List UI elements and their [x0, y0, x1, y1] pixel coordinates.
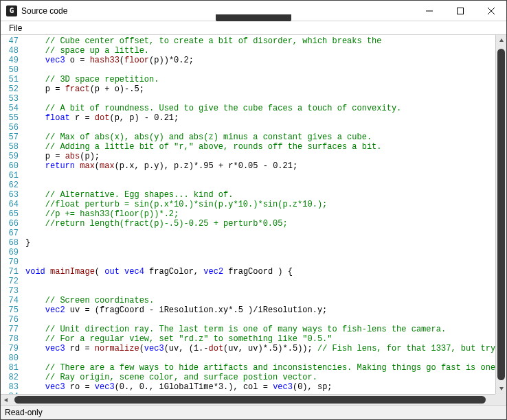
code-line[interactable]: // There are a few ways to hide artifact… — [25, 363, 505, 373]
code-line[interactable]: // A bit of roundness. Used to give the … — [25, 104, 505, 113]
titlebar[interactable]: G Source code — [1, 1, 506, 21]
code-line[interactable] — [25, 315, 505, 325]
code-line[interactable]: vec3 ro = vec3(0., 0., iGlobalTime*3.), … — [25, 382, 505, 392]
svg-marker-4 — [499, 38, 504, 42]
code-line[interactable] — [25, 180, 505, 190]
code-line[interactable]: p = abs(p); — [25, 152, 505, 161]
code-line[interactable]: } — [25, 238, 505, 248]
code-line[interactable]: // Cube center offset, to create a bit o… — [25, 36, 505, 46]
code-line[interactable]: // For a regular view, set "rd.z" to som… — [25, 334, 505, 344]
code-line[interactable] — [25, 229, 505, 238]
minimize-button[interactable] — [414, 1, 444, 21]
app-icon: G — [6, 5, 17, 16]
line-number-gutter: 47 48 49 50 51 52 53 54 55 56 57 58 59 6… — [1, 35, 23, 405]
editor: 47 48 49 50 51 52 53 54 55 56 57 58 59 6… — [1, 35, 506, 406]
code-line[interactable]: void mainImage( out vec4 fragColor, vec2… — [25, 267, 505, 277]
code-line[interactable]: float r = dot(p, p) - 0.21; — [25, 113, 505, 123]
code-line[interactable] — [25, 94, 505, 104]
code-line[interactable] — [25, 171, 505, 180]
vertical-scrollbar[interactable] — [495, 35, 506, 394]
code-line[interactable]: // Ray origin, scene color, and surface … — [25, 373, 505, 382]
horizontal-scroll-thumb[interactable] — [14, 396, 486, 404]
close-icon — [488, 8, 495, 14]
maximize-button[interactable] — [444, 1, 475, 21]
menu-file[interactable]: File — [5, 22, 26, 34]
code-line[interactable]: // Alternative. Egg shapes... kind of. — [25, 190, 505, 200]
code-line[interactable]: //p += hash33(floor(p))*.2; — [25, 209, 505, 219]
code-line[interactable]: vec2 uv = (fragCoord - iResolution.xy*.5… — [25, 305, 505, 315]
scroll-corner — [495, 394, 506, 405]
code-line[interactable]: // Adding a little bit of "r," above, ro… — [25, 142, 505, 152]
maximize-icon — [457, 8, 464, 14]
code-area[interactable]: // Cube center offset, to create a bit o… — [23, 35, 506, 405]
code-line[interactable]: // 3D space repetition. — [25, 75, 505, 84]
code-line[interactable] — [25, 277, 505, 286]
code-line[interactable]: vec3 o = hash33(floor(p))*0.2; — [25, 56, 505, 65]
code-line[interactable] — [25, 353, 505, 363]
scroll-down-arrow[interactable] — [496, 383, 506, 394]
code-line[interactable]: p = fract(p + o)-.5; — [25, 84, 505, 94]
svg-rect-1 — [457, 8, 463, 14]
code-line[interactable]: // Unit direction ray. The last term is … — [25, 325, 505, 334]
minimize-icon — [426, 8, 433, 14]
scroll-left-arrow[interactable] — [1, 395, 12, 405]
code-line[interactable] — [25, 286, 505, 296]
horizontal-scrollbar[interactable] — [1, 394, 506, 405]
code-line[interactable]: vec3 rd = normalize(vec3(uv, (1.-dot(uv,… — [25, 344, 505, 353]
code-line[interactable] — [25, 248, 505, 257]
code-line[interactable]: // space up a little. — [25, 46, 505, 56]
svg-marker-5 — [499, 387, 504, 390]
window-controls — [414, 1, 506, 21]
status-text: Read-only — [5, 408, 43, 417]
status-bar: Read-only — [1, 406, 506, 419]
drag-handle[interactable] — [216, 14, 291, 21]
code-line[interactable]: // Max of abs(x), abs(y) and abs(z) minu… — [25, 132, 505, 142]
code-line[interactable]: //float perturb = sin(p.x*10.)*sin(p.y*1… — [25, 200, 505, 209]
menu-bar: File — [1, 21, 506, 35]
app-window: G Source code File 47 48 49 50 51 52 53 … — [0, 0, 507, 420]
window-title: Source code — [21, 6, 67, 16]
scroll-up-arrow[interactable] — [496, 35, 506, 46]
code-line[interactable]: return max(max(p.x, p.y), p.z)*.95 + r*0… — [25, 161, 505, 171]
code-line[interactable] — [25, 257, 505, 267]
svg-marker-6 — [4, 398, 8, 402]
close-button[interactable] — [475, 1, 506, 21]
code-line[interactable] — [25, 65, 505, 75]
code-line[interactable]: // Screen coordinates. — [25, 296, 505, 305]
vertical-scroll-thumb[interactable] — [497, 49, 505, 380]
code-line[interactable]: //return length(fract(p)-.5)-0.25 + pert… — [25, 219, 505, 229]
code-line[interactable] — [25, 123, 505, 132]
